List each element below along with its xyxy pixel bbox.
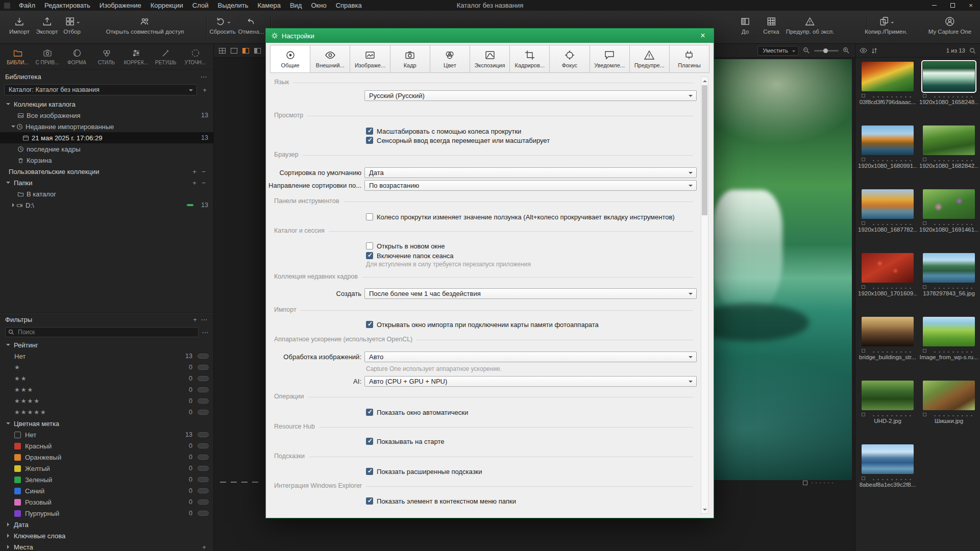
page-square-icon[interactable] xyxy=(803,481,807,485)
filter-date-header[interactable]: Дата xyxy=(0,519,214,530)
minimize-button[interactable] xyxy=(925,0,943,11)
select-checkbox-icon[interactable] xyxy=(862,221,865,225)
filter-row[interactable]: Оранжевый0 xyxy=(0,452,214,463)
menu-select[interactable]: Выделить xyxy=(213,0,253,11)
filter-pill[interactable] xyxy=(198,365,209,370)
filter-pill[interactable] xyxy=(198,432,209,437)
checkbox-show-window-auto[interactable]: Показать окно автоматически xyxy=(366,408,468,417)
thumbnail-image[interactable] xyxy=(862,253,914,283)
filter-pill[interactable] xyxy=(198,443,209,448)
checkbox[interactable] xyxy=(366,438,373,445)
checkbox[interactable] xyxy=(366,409,373,416)
add-folder-icon[interactable]: + xyxy=(190,178,199,187)
export-button[interactable]: Экспорт xyxy=(36,14,58,35)
thumbnail-cell-selected[interactable]: 1920x1080_1658248... xyxy=(919,62,978,126)
add-catalog-icon[interactable]: + xyxy=(200,85,209,94)
tab-appearance[interactable]: Внешний... xyxy=(310,45,350,73)
filter-row[interactable]: Нет13 xyxy=(0,350,214,362)
menu-layer[interactable]: Слой xyxy=(188,0,213,11)
primary-view-icon[interactable] xyxy=(242,48,249,54)
thumbnail-cell[interactable]: bridge_buildings_str... xyxy=(858,317,917,381)
thumbnail-image[interactable] xyxy=(923,189,975,219)
checkbox-show-on-start[interactable]: Показывать на старте xyxy=(366,437,445,446)
pager-dots[interactable]: ······ xyxy=(803,479,836,486)
select-checkbox-icon[interactable] xyxy=(862,94,865,97)
tab-retouch[interactable]: РЕТУШЬ xyxy=(151,48,180,65)
checkbox-scroll-wheel-slider[interactable]: Колесо прокрутки изменяет значение ползу… xyxy=(366,212,675,221)
filter-row[interactable]: ★★0 xyxy=(0,373,214,384)
expander-icon[interactable] xyxy=(5,522,11,527)
import-button[interactable]: Импорт xyxy=(9,14,30,35)
tab-notifications[interactable]: Уведомле... xyxy=(590,45,630,73)
select-checkbox-icon[interactable] xyxy=(923,285,926,289)
thumbnail-image[interactable] xyxy=(862,381,914,410)
filter-pill[interactable] xyxy=(198,455,209,460)
filter-row[interactable]: ★★★0 xyxy=(0,384,214,395)
filter-pill[interactable] xyxy=(198,488,209,493)
checkbox[interactable] xyxy=(366,128,373,135)
search-input[interactable] xyxy=(5,327,199,337)
rating-dots-icon[interactable] xyxy=(870,221,914,225)
tab-image[interactable]: Изображе... xyxy=(350,45,390,73)
rating-dots-icon[interactable] xyxy=(870,157,914,161)
tree-folders[interactable]: Папки + − xyxy=(0,177,213,188)
checkbox-touch-input[interactable]: Сенсорный ввод всегда перемещает или мас… xyxy=(366,136,550,145)
filter-pill[interactable] xyxy=(198,511,209,516)
filter-row[interactable]: Розовый0 xyxy=(0,496,214,508)
share-button[interactable]: Открыть совместный доступ xyxy=(106,14,184,35)
thumbnail-cell[interactable]: 1378297843_56.jpg xyxy=(919,253,978,317)
zoom-slider[interactable] xyxy=(814,50,839,52)
filter-color-header[interactable]: Цветная метка xyxy=(0,418,214,429)
tree-all-images[interactable]: Все изображения 13 xyxy=(0,110,213,121)
rating-dots-icon[interactable] xyxy=(932,412,975,416)
checkbox[interactable] xyxy=(366,213,373,220)
thumbnail-image[interactable] xyxy=(923,126,975,155)
tab-refine[interactable]: УТОЧН... xyxy=(181,48,210,65)
filter-row[interactable]: Синий0 xyxy=(0,485,214,496)
thumbnail-cell[interactable]: 1920x1080_1701609... xyxy=(858,253,917,317)
menu-help[interactable]: Справка xyxy=(331,0,366,11)
checkbox[interactable] xyxy=(366,252,373,259)
filter-pill[interactable] xyxy=(198,387,209,392)
tab-shape[interactable]: ФОРМА xyxy=(62,48,91,65)
tab-crop[interactable]: Кадриров... xyxy=(509,45,550,73)
select-checkbox-icon[interactable] xyxy=(862,285,865,289)
checkbox-extended-tooltips[interactable]: Показать расширенные подсказки xyxy=(366,467,482,476)
reset-button[interactable]: Сбросить xyxy=(209,14,235,35)
menu-image[interactable]: Изображение xyxy=(95,0,146,11)
scroll-up-icon[interactable] xyxy=(701,77,708,84)
tab-capture[interactable]: Кадр xyxy=(390,45,430,73)
filter-pill[interactable] xyxy=(198,398,209,404)
thumbnail-image[interactable] xyxy=(862,317,914,346)
thumbnail-image[interactable] xyxy=(923,381,975,410)
thumbnail-image[interactable] xyxy=(923,317,975,346)
tree-drive-d[interactable]: D:\ 13 xyxy=(0,199,213,211)
filter-row[interactable]: Желтый0 xyxy=(0,463,214,474)
expander-icon[interactable] xyxy=(5,180,11,186)
library-menu-icon[interactable]: ⋯ xyxy=(199,72,208,81)
filter-row[interactable]: Красный0 xyxy=(0,440,214,452)
rating-dots-icon[interactable] xyxy=(870,93,914,97)
grid-overlay-button[interactable]: Сетка xyxy=(763,14,779,35)
tree-import-session[interactable]: 21 мая 2025 г. 17:06:29 13 xyxy=(0,132,213,143)
collapsed-tools-indicator[interactable] xyxy=(220,482,258,483)
tab-color[interactable]: Цвет xyxy=(430,45,470,73)
thumbnail-cell[interactable]: Шишки.jpg xyxy=(919,381,978,444)
single-view-icon[interactable] xyxy=(231,48,237,54)
tab-general[interactable]: Общие xyxy=(270,45,310,73)
rating-dots-icon[interactable] xyxy=(870,412,914,416)
scroll-down-icon[interactable] xyxy=(701,506,708,513)
filter-row[interactable]: ★★★★★0 xyxy=(0,407,214,418)
zoom-in-icon[interactable] xyxy=(843,47,850,54)
before-after-button[interactable]: До xyxy=(740,14,751,35)
checkbox-session-folders[interactable]: Включение папок сеанса xyxy=(366,251,454,260)
checkbox[interactable] xyxy=(366,242,373,249)
thumbnail-image[interactable] xyxy=(862,126,914,155)
menu-window[interactable]: Окно xyxy=(306,0,331,11)
tree-recent-imports[interactable]: Недавние импортированные xyxy=(0,121,213,132)
select-checkbox-icon[interactable] xyxy=(923,158,926,161)
create-collection-dropdown[interactable]: После более чем 1 час бездействия xyxy=(364,288,697,299)
rating-dots-icon[interactable] xyxy=(932,157,975,161)
filter-pill[interactable] xyxy=(198,376,209,381)
thumbnail-cell[interactable]: 1920x1080_1680991... xyxy=(858,126,917,189)
